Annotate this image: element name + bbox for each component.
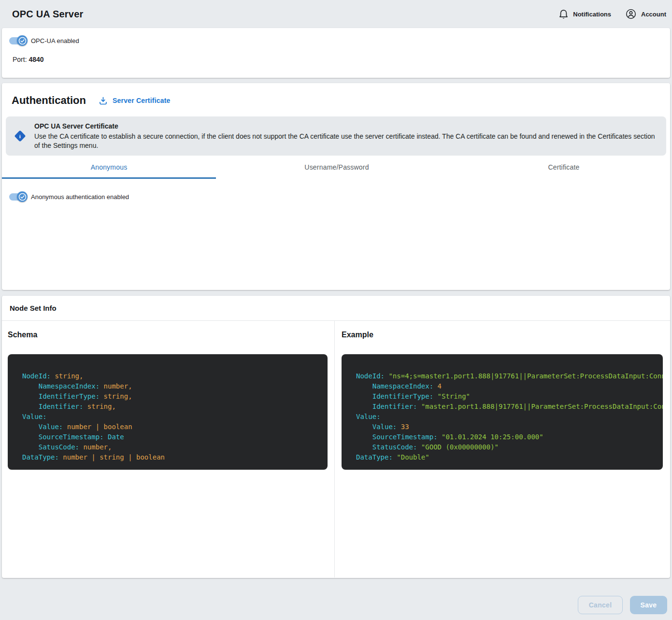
port-label: Port: — [13, 56, 27, 63]
node-set-info-title: Node Set Info — [2, 296, 670, 321]
server-certificate-label: Server Certificate — [113, 97, 171, 104]
notifications-label: Notifications — [573, 11, 611, 18]
port-value: 4840 — [29, 56, 43, 63]
auth-tabs: Anonymous Username/Password Certificate — [2, 157, 670, 179]
notifications-button[interactable]: Notifications — [559, 9, 611, 19]
server-certificate-link[interactable]: Server Certificate — [99, 97, 171, 105]
opcua-enabled-label: OPC-UA enabled — [31, 37, 79, 44]
schema-code-block: NodeId: string, NamespaceIndex: number, … — [8, 354, 328, 470]
anonymous-auth-toggle[interactable] — [8, 191, 28, 202]
certificate-info-banner: i OPC UA Server Certificate Use the CA c… — [6, 116, 666, 156]
app-header: OPC UA Server Notifications Account — [0, 0, 672, 28]
account-icon — [626, 9, 636, 19]
authentication-title: Authentication — [12, 94, 86, 107]
opcua-settings-card: OPC-UA enabled Port: 4840 — [2, 28, 670, 78]
download-icon — [99, 97, 107, 105]
toggle-check-icon — [17, 35, 28, 46]
footer-actions: Cancel Save — [0, 578, 672, 614]
example-title: Example — [342, 331, 670, 339]
node-set-info-card: Node Set Info Schema NodeId: string, Nam… — [2, 296, 670, 578]
toggle-check-icon — [17, 191, 28, 202]
bell-icon — [559, 9, 568, 19]
schema-title: Schema — [8, 331, 334, 339]
info-icon: i — [14, 130, 26, 142]
authentication-card: Authentication Server Certificate i OPC … — [2, 83, 670, 290]
account-label: Account — [641, 11, 666, 18]
anonymous-auth-label: Anonymous authentication enabled — [31, 193, 129, 201]
tab-username-password[interactable]: Username/Password — [216, 157, 458, 179]
tab-certificate[interactable]: Certificate — [458, 157, 670, 179]
tab-anonymous[interactable]: Anonymous — [2, 157, 216, 179]
banner-body: Use the CA certificate to establish a se… — [34, 132, 658, 150]
account-button[interactable]: Account — [626, 9, 666, 19]
page-title: OPC UA Server — [12, 9, 83, 20]
banner-title: OPC UA Server Certificate — [34, 122, 658, 130]
port-row: Port: 4840 — [2, 56, 670, 63]
opcua-enabled-toggle[interactable] — [8, 35, 28, 46]
example-code-block: NodeId: "ns=4;s=master1.port1.888|917761… — [342, 354, 663, 470]
cancel-button[interactable]: Cancel — [578, 596, 623, 614]
save-button[interactable]: Save — [630, 596, 667, 614]
